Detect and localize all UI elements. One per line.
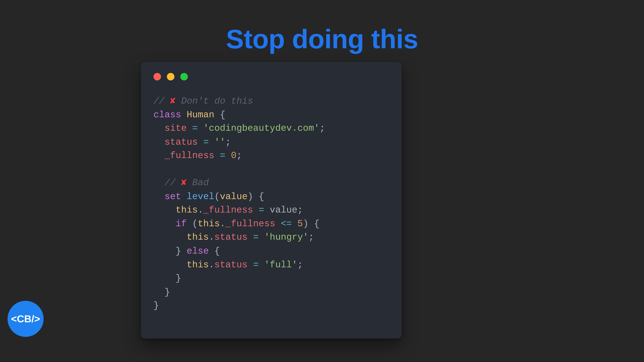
code-string: '' bbox=[214, 137, 226, 147]
code-comment: // ✘ Bad bbox=[164, 178, 209, 188]
code-keyword: set bbox=[164, 191, 181, 202]
code-keyword: else bbox=[187, 246, 209, 257]
code-string: 'hungry' bbox=[264, 232, 308, 243]
code-operator: <= bbox=[281, 219, 292, 229]
code-this: this bbox=[176, 205, 198, 216]
brand-logo: <CB/> bbox=[8, 301, 44, 337]
code-comment: // ✘ Don't do this bbox=[154, 96, 253, 107]
code-keyword: class bbox=[154, 110, 181, 120]
code-window: // ✘ Don't do this class Human { site = … bbox=[141, 62, 402, 339]
traffic-red-icon bbox=[154, 73, 161, 80]
code-field: _fullness bbox=[164, 150, 214, 161]
code-setter-name: level bbox=[187, 191, 214, 202]
code-string: 'full' bbox=[264, 260, 297, 270]
cross-icon: ✘ bbox=[170, 96, 176, 107]
code-string: 'codingbeautydev.com' bbox=[203, 123, 320, 134]
code-number: 5 bbox=[297, 219, 303, 229]
code-classname: Human bbox=[187, 110, 214, 120]
code-block: // ✘ Don't do this class Human { site = … bbox=[154, 95, 389, 313]
code-keyword: if bbox=[176, 219, 187, 229]
cross-icon: ✘ bbox=[181, 178, 187, 188]
code-field: site bbox=[164, 123, 187, 134]
code-param: value bbox=[220, 191, 248, 202]
traffic-yellow-icon bbox=[167, 73, 174, 80]
code-field: status bbox=[164, 137, 198, 147]
code-number: 0 bbox=[231, 150, 236, 161]
traffic-green-icon bbox=[180, 73, 188, 80]
brand-logo-text: <CB/> bbox=[11, 313, 40, 325]
slide-heading: Stop doing this bbox=[0, 23, 644, 54]
window-traffic-lights bbox=[154, 73, 389, 80]
